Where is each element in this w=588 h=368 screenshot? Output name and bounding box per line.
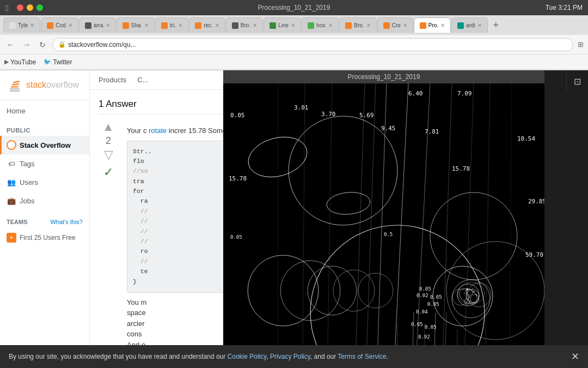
processing-canvas: 6.40 7.09 3.01 3.70 5.69 0.05 9.45 7.81 … <box>223 83 544 368</box>
tab-close-icon[interactable]: ✕ <box>440 22 445 28</box>
tab-close-icon[interactable]: ✕ <box>328 22 333 28</box>
sidebar-tags-label: Tags <box>20 160 34 168</box>
menu-bar-icons: Tue 3:21 PM <box>546 4 583 11</box>
tab-cre[interactable]: Cre ✕ <box>377 17 413 33</box>
back-button[interactable]: ← <box>4 39 16 50</box>
forward-button[interactable]: → <box>21 39 33 50</box>
main-layout: stackoverflow Home PUBLIC Stack Overflow… <box>0 70 588 368</box>
answer-header-text: 1 Answer <box>99 99 137 109</box>
svg-point-39 <box>466 288 468 291</box>
svg-point-5 <box>7 141 16 149</box>
bookmark-youtube[interactable]: ▶ YouTube <box>4 58 36 66</box>
svg-text:0.05: 0.05 <box>411 322 423 327</box>
svg-text:9.45: 9.45 <box>381 125 396 132</box>
bookmark-twitter[interactable]: 🐦 Twitter <box>44 58 72 66</box>
tab-hov[interactable]: hov. ✕ <box>302 17 339 33</box>
cookie-close-button[interactable]: ✕ <box>571 351 579 363</box>
privacy-policy-link[interactable]: Privacy Policy <box>270 353 310 360</box>
new-tab-button[interactable]: + <box>488 17 504 33</box>
svg-text:0.05: 0.05 <box>425 324 437 330</box>
tab-close-icon[interactable]: ✕ <box>291 22 295 28</box>
sidebar-team-first[interactable]: + First 25 Users Free <box>0 230 89 246</box>
svg-rect-0 <box>10 88 20 89</box>
svg-text:8.92: 8.92 <box>418 334 430 340</box>
sidebar-item-users[interactable]: 👥 Users <box>0 173 89 191</box>
downvote-button[interactable]: ▽ <box>104 149 113 161</box>
ide-logo: ⊡ <box>566 70 588 92</box>
tab-label: Cod <box>56 22 65 28</box>
sidebar-item-stackoverflow[interactable]: Stack Overflow <box>0 136 89 154</box>
tab-close-icon[interactable]: ✕ <box>30 22 34 28</box>
svg-text:0.05: 0.05 <box>230 112 245 119</box>
svg-point-43 <box>464 293 465 294</box>
home-label: Home <box>7 107 26 115</box>
tab-cod[interactable]: Cod ✕ <box>41 17 78 33</box>
terms-link[interactable]: Terms of Service <box>338 353 386 360</box>
tab-bro1[interactable]: Bro. ✕ <box>226 17 263 33</box>
sidebar-item-so-label: Stack Overflow <box>20 141 71 149</box>
so-logo-area: stackoverflow <box>0 70 89 100</box>
cookie-policy-link[interactable]: Cookie Policy <box>228 353 267 360</box>
tab-sha[interactable]: Sha. ✕ <box>117 17 155 33</box>
tab-close-icon[interactable]: ✕ <box>106 22 110 28</box>
tab-bro2[interactable]: Bro. ✕ <box>339 17 376 33</box>
cookie-banner: By using our site, you acknowledge that … <box>0 345 588 368</box>
processing-window: Processing_10_21_2019 <box>223 70 544 368</box>
maximize-button[interactable] <box>36 4 43 11</box>
processing-title-bar: Processing_10_21_2019 <box>223 70 544 83</box>
cookie-text: By using our site, you acknowledge that … <box>9 353 565 360</box>
tab-line[interactable]: Line ✕ <box>264 17 301 33</box>
refresh-button[interactable]: ↻ <box>37 39 48 50</box>
tab-rec[interactable]: rec. ✕ <box>189 17 225 33</box>
svg-text:0.02: 0.02 <box>416 293 428 298</box>
sidebar-item-jobs[interactable]: 💼 Jobs <box>0 191 89 210</box>
traffic-lights:  <box>5 3 43 13</box>
address-bar[interactable]: 🔒 stackoverflow.com/qu... <box>52 38 573 51</box>
so-nav-so-icon <box>7 140 16 150</box>
browser-chrome: Tyle ✕ Cod ✕ arra ✕ Sha. ✕ tri. ✕ rec. ✕ <box>0 15 588 70</box>
upvote-button[interactable]: ▲ <box>102 121 114 133</box>
svg-point-42 <box>476 294 477 295</box>
sidebar-teams-header: TEAMS What's this? <box>0 214 89 230</box>
svg-rect-1 <box>10 91 20 92</box>
products-label[interactable]: Products <box>99 76 126 84</box>
tab-close-icon[interactable]: ✕ <box>253 22 257 28</box>
teams-what-link[interactable]: What's this? <box>50 219 83 225</box>
tab-close-icon[interactable]: ✕ <box>477 22 482 28</box>
url-text: stackoverflow.com/qu... <box>68 41 136 49</box>
tab-close-icon[interactable]: ✕ <box>215 22 219 28</box>
team-first-label: First 25 Users Free <box>20 234 76 242</box>
tab-label: Bro. <box>241 22 250 28</box>
close-button[interactable] <box>17 4 23 11</box>
tab-tyle[interactable]: Tyle ✕ <box>3 17 40 33</box>
tab-label: arra <box>94 22 103 28</box>
jobs-icon: 💼 <box>7 196 16 206</box>
time-display: Tue 3:21 PM <box>546 4 583 11</box>
accepted-checkmark: ✓ <box>103 165 113 179</box>
tab-close-icon[interactable]: ✕ <box>403 22 407 28</box>
rotate-link[interactable]: rotate <box>149 126 167 135</box>
sidebar-teams-section: TEAMS What's this? + First 25 Users Free <box>0 214 89 246</box>
tab-ardi[interactable]: ardi ✕ <box>451 17 488 33</box>
sidebar-item-tags[interactable]: 🏷 Tags <box>0 154 89 173</box>
tab-close-icon[interactable]: ✕ <box>144 22 149 28</box>
svg-rect-3 <box>12 83 20 86</box>
mac-title-bar:  Processing_10_21_2019 Tue 3:21 PM <box>0 0 588 15</box>
tab-label: Cre <box>392 22 401 28</box>
svg-text:0.05: 0.05 <box>430 294 442 300</box>
svg-point-41 <box>469 297 470 298</box>
svg-text:7.09: 7.09 <box>457 90 472 97</box>
teams-label: TEAMS <box>7 219 28 225</box>
tab-tri[interactable]: tri. ✕ <box>155 17 188 33</box>
tab-label: Tyle <box>18 22 28 28</box>
tab-pro[interactable]: Pro. ✕ <box>414 17 451 33</box>
tab-arra[interactable]: arra ✕ <box>79 17 116 33</box>
tab-close-icon[interactable]: ✕ <box>68 22 72 28</box>
tab-close-icon[interactable]: ✕ <box>178 22 182 28</box>
so-logo-text: stackoverflow <box>26 80 79 90</box>
minimize-button[interactable] <box>27 4 33 11</box>
svg-text:15.78: 15.78 <box>229 175 247 182</box>
svg-text:0.05: 0.05 <box>230 234 242 240</box>
tab-close-icon[interactable]: ✕ <box>366 22 371 28</box>
sidebar-item-home[interactable]: Home <box>0 100 89 119</box>
